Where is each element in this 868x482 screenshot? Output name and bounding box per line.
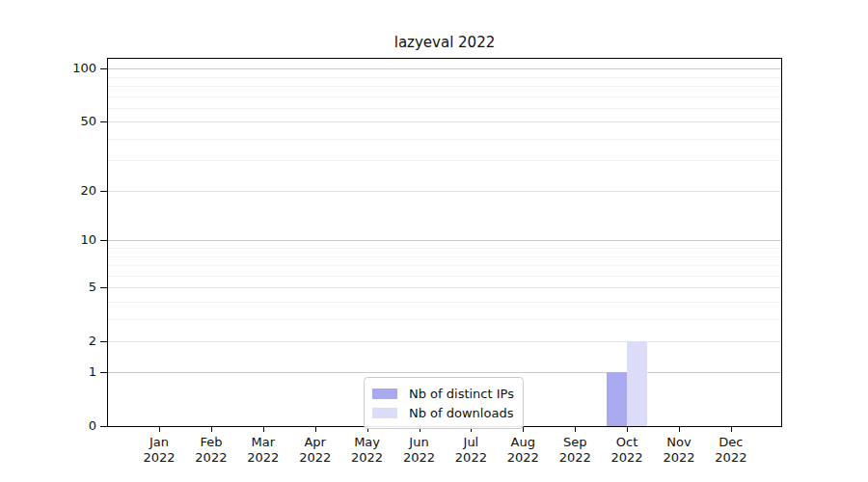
x-tick-mark xyxy=(731,427,732,432)
y-tick-mark xyxy=(100,372,107,373)
x-tick-mark xyxy=(315,427,316,432)
gridline-minor xyxy=(108,276,781,277)
gridline-minor xyxy=(108,302,781,303)
x-tick-mark xyxy=(263,427,264,432)
x-tick-mark xyxy=(159,427,160,432)
x-tick-mark xyxy=(523,427,524,432)
y-tick-mark xyxy=(100,426,107,427)
y-tick-mark xyxy=(100,68,107,69)
y-tick-label: 1 xyxy=(29,363,96,381)
y-tick-mark xyxy=(100,191,107,192)
y-tick-label: 0 xyxy=(29,417,96,435)
y-tick-mark xyxy=(100,341,107,342)
year-label: 2022 xyxy=(700,450,762,466)
legend-label-downloads: Nb of downloads xyxy=(409,406,513,420)
month-label: Dec xyxy=(700,435,762,450)
x-tick-mark xyxy=(627,427,628,432)
plot-area xyxy=(107,58,782,427)
gridline-mid xyxy=(108,191,781,192)
gridline-minor xyxy=(108,86,781,87)
bar-nb-of-distinct-ips xyxy=(607,372,627,426)
gridline-minor xyxy=(108,248,781,249)
legend-item-distinct-ips: Nb of distinct IPs xyxy=(372,384,514,403)
gridline-minor xyxy=(108,160,781,161)
gridline-major xyxy=(108,372,781,373)
y-tick-mark xyxy=(100,240,107,241)
y-tick-label: 50 xyxy=(29,113,96,130)
gridline-mid xyxy=(108,287,781,288)
gridline-minor xyxy=(108,96,781,97)
legend-swatch-distinct-ips xyxy=(372,388,397,399)
legend-label-distinct-ips: Nb of distinct IPs xyxy=(409,387,514,401)
chart-title: lazyeval 2022 xyxy=(108,34,781,51)
x-tick-label-dec: Dec2022 xyxy=(700,435,762,466)
y-tick-label: 100 xyxy=(29,60,96,77)
bar-nb-of-downloads xyxy=(627,341,647,426)
y-tick-mark xyxy=(100,121,107,122)
gridline-mid xyxy=(108,341,781,342)
gridline-major xyxy=(108,68,781,69)
x-tick-mark xyxy=(679,427,680,432)
legend-swatch-downloads xyxy=(372,408,397,418)
x-tick-mark xyxy=(211,427,212,432)
figure: lazyeval 2022 0125102050100 Jan2022Feb20… xyxy=(0,0,868,482)
gridline-mid xyxy=(108,121,781,122)
y-tick-mark xyxy=(100,287,107,288)
gridline-major xyxy=(108,240,781,241)
gridline-minor xyxy=(108,139,781,140)
gridline-minor xyxy=(108,108,781,109)
y-tick-label: 5 xyxy=(29,279,96,296)
legend: Nb of distinct IPs Nb of downloads xyxy=(364,377,524,429)
legend-item-downloads: Nb of downloads xyxy=(372,403,514,422)
gridline-minor xyxy=(108,265,781,266)
y-tick-label: 10 xyxy=(29,231,96,249)
y-tick-label: 20 xyxy=(29,182,96,200)
y-tick-label: 2 xyxy=(29,333,96,350)
gridline-minor xyxy=(108,319,781,320)
gridline-minor xyxy=(108,256,781,257)
x-tick-mark xyxy=(575,427,576,432)
gridline-minor xyxy=(108,77,781,78)
